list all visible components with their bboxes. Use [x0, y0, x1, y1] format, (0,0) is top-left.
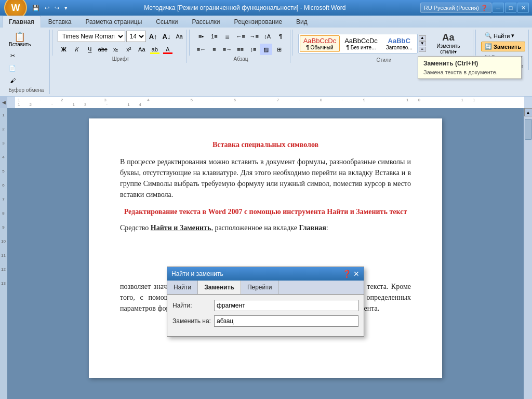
document-area[interactable]: Вставка специальных символов В процессе …	[7, 108, 524, 399]
separator2	[189, 30, 190, 56]
font-color-button[interactable]: А	[162, 44, 174, 55]
redo-button[interactable]: ↪	[52, 4, 61, 12]
paste-label: Вставить	[9, 42, 31, 47]
style-heading1[interactable]: AaBbC Заголово...	[382, 35, 416, 52]
style-no-spacing[interactable]: AaBbCcDc ¶ Без инте...	[341, 35, 381, 52]
case-button[interactable]: Аа	[136, 44, 148, 55]
clear-format-button[interactable]: Aa	[174, 31, 185, 42]
increase-indent-button[interactable]: →≡	[248, 31, 260, 42]
styles-scroll-down[interactable]: ▼	[419, 41, 426, 46]
clipboard-items: 📋 Вставить ✂ 📄 🖌	[6, 31, 46, 86]
replace-field-label: Заменить на:	[172, 316, 214, 326]
justify-button[interactable]: ≡≡	[234, 44, 246, 55]
separator4	[475, 30, 476, 56]
find-dropdown: ▾	[511, 32, 514, 39]
highlight-color-button[interactable]: ab	[149, 44, 161, 55]
align-right-button[interactable]: ≡→	[221, 44, 233, 55]
lang-help: ❓	[481, 5, 488, 11]
cut-button[interactable]: ✂	[6, 50, 19, 61]
replace-button[interactable]: 🔄 Заменить	[481, 42, 525, 51]
find-dialog-tabs: Найти Заменить Перейти	[167, 281, 364, 295]
show-marks-button[interactable]: ¶	[274, 31, 286, 42]
tab-layout[interactable]: Разметка страницы	[78, 16, 149, 28]
separator3	[292, 30, 293, 56]
align-center-button[interactable]: ≡	[208, 44, 220, 55]
paste-button[interactable]: 📋 Вставить	[6, 31, 33, 49]
borders-button[interactable]: ⊞	[273, 44, 285, 55]
quick-access-toolbar: 💾 ↩ ↪ ▾	[30, 4, 70, 12]
replace-input[interactable]	[214, 315, 358, 327]
find-row: Найти:	[172, 300, 358, 311]
ruler-bar: ◀ 1 · 2 · 3 · 4 · 5 · 6 · 7 · 8 · 9 · 10…	[0, 97, 532, 108]
bullets-button[interactable]: ≡•	[195, 31, 207, 42]
title-bar: W 💾 ↩ ↪ ▾ Методичка [Режим ограниченной …	[0, 0, 532, 16]
decrease-font-button[interactable]: A↓	[161, 31, 173, 42]
sort-button[interactable]: ↕A	[261, 31, 273, 42]
shading-button[interactable]: ▨	[260, 44, 272, 55]
decrease-indent-button[interactable]: ←≡	[234, 31, 247, 42]
para2-end: , расположенное на вкладке	[211, 224, 299, 232]
para2-bold: Найти и Заменить	[151, 224, 211, 232]
format-painter-button[interactable]: 🖌	[6, 75, 19, 86]
tab-home[interactable]: Главная	[2, 16, 41, 28]
minimize-button[interactable]: ─	[493, 3, 504, 13]
tab-review[interactable]: Рецензирование	[227, 16, 289, 28]
paragraph-group: ≡• 1≡ ≣ ←≡ →≡ ↕A ¶ ≡← ≡ ≡→ ≡≡ ↕≡ ▨ ⊞	[192, 30, 290, 63]
tab-insert[interactable]: Вставка	[42, 16, 78, 28]
find-input[interactable]	[214, 300, 358, 311]
para1-text: В процессе редактирования можно вставить…	[120, 158, 411, 198]
find-dialog-body: Найти: Заменить на:	[167, 295, 364, 336]
ruler-gray-left	[7, 97, 15, 108]
find-tab-goto[interactable]: Перейти	[241, 281, 279, 294]
vertical-scrollbar[interactable]: ▲ ▼	[524, 108, 532, 399]
underline-button[interactable]: Ч	[84, 44, 96, 55]
multilevel-list-button[interactable]: ≣	[221, 31, 233, 42]
bold-button[interactable]: Ж	[58, 44, 70, 55]
increase-font-button[interactable]: A↑	[147, 31, 159, 42]
find-tab-find[interactable]: Найти	[167, 281, 198, 294]
strikethrough-button[interactable]: abc	[97, 44, 109, 55]
change-styles-button[interactable]: Аа Изменить стили▾	[427, 31, 470, 56]
replace-row: Заменить на:	[172, 315, 358, 327]
find-button[interactable]: 🔍 Найти ▾	[481, 31, 525, 41]
style-normal[interactable]: AaBbCcDc ¶ Обычный	[300, 35, 340, 52]
find-dialog-close[interactable]: ✕	[353, 270, 360, 278]
scroll-up-button[interactable]: ▲	[524, 108, 533, 116]
font-name-select[interactable]: Times New Roman	[58, 31, 125, 42]
find-replace-dialog: Найти и заменить ❓ ✕ Найти Заменить Пере…	[167, 267, 364, 337]
styles-gallery: AaBbCcDc ¶ Обычный AaBbCcDc ¶ Без инте..…	[298, 34, 418, 54]
italic-button[interactable]: К	[71, 44, 83, 55]
undo-button[interactable]: ↩	[43, 4, 51, 12]
paragraph-1: В процессе редактирования можно вставить…	[120, 156, 411, 200]
tooltip-title: Заменить (Ctrl+H)	[423, 60, 516, 67]
tab-view[interactable]: Вид	[289, 16, 314, 28]
styles-scroll-up[interactable]: ▲	[419, 35, 426, 41]
para-row1: ≡• 1≡ ≣ ←≡ →≡ ↕A ¶	[195, 31, 286, 42]
superscript-button[interactable]: x²	[123, 44, 135, 55]
replace-icon: 🔄	[485, 43, 492, 50]
styles-more[interactable]: ≡	[419, 47, 426, 52]
find-dialog-help[interactable]: ❓	[342, 270, 351, 278]
clipboard-group: 📋 Вставить ✂ 📄 🖌 Буфер обмена	[3, 30, 50, 94]
line-spacing-button[interactable]: ↕≡	[247, 44, 259, 55]
restore-button[interactable]: □	[505, 3, 516, 13]
numbering-button[interactable]: 1≡	[208, 31, 220, 42]
copy-button[interactable]: 📄	[6, 62, 19, 74]
subscript-button[interactable]: x₂	[110, 44, 122, 55]
find-tab-replace[interactable]: Заменить	[198, 281, 241, 294]
save-button[interactable]: 💾	[30, 4, 42, 12]
font-group: Times New Roman 14 A↑ A↓ Aa Ж К Ч abc x₂…	[55, 30, 188, 63]
font-size-select[interactable]: 14	[126, 31, 146, 42]
para2-start: Средство	[120, 224, 151, 232]
tooltip-description: Замена текста в документе.	[423, 69, 516, 75]
close-button[interactable]: ✕	[517, 3, 529, 13]
paragraph-2: Средство Найти и Заменить, расположенное…	[120, 222, 411, 233]
find-dialog-title-text: Найти и заменить	[171, 269, 223, 278]
tab-mailings[interactable]: Рассылки	[185, 16, 227, 28]
tab-references[interactable]: Ссылки	[149, 16, 184, 28]
scroll-thumb[interactable]	[525, 119, 532, 140]
align-left-button[interactable]: ≡←	[195, 44, 207, 55]
language-indicator[interactable]: RU Русский (Россия) ❓	[420, 3, 491, 13]
scroll-track[interactable]	[524, 116, 532, 399]
customize-button[interactable]: ▾	[62, 4, 70, 12]
